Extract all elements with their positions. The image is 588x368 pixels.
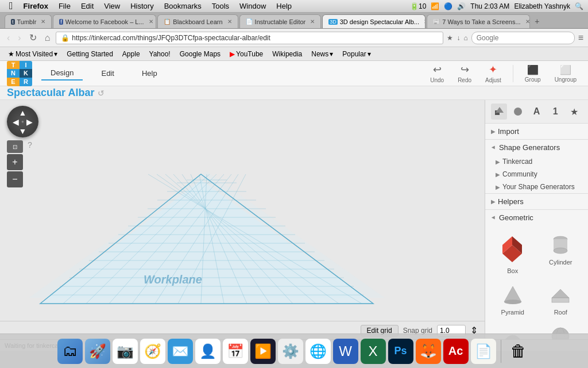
zoom-out-button[interactable]: − (7, 171, 23, 187)
dock-trash[interactable]: 🗑 (506, 339, 531, 364)
shape-item-pyramid[interactable]: Pyramid (490, 280, 536, 319)
menu-edit[interactable]: Edit (76, 1, 98, 12)
chevron-right-icon: ▶ (496, 159, 500, 165)
dock-acrobat[interactable]: Ac (443, 339, 469, 364)
dock-word[interactable]: W (333, 339, 358, 364)
svg-rect-48 (552, 298, 569, 302)
tinkercad-logo[interactable]: T I N K E R (7, 61, 32, 86)
redo-button[interactable]: ↪ Redo (453, 62, 476, 85)
sphere-panel-icon[interactable] (510, 103, 526, 120)
nav-edit[interactable]: Edit (92, 67, 123, 80)
tab-tumblr[interactable]: t Tumblr ✕ (5, 14, 52, 28)
search-input[interactable] (471, 32, 575, 44)
shape-item-roof[interactable]: Roof (538, 280, 584, 319)
dock-firefox[interactable]: 🦊 (416, 339, 441, 364)
forward-button[interactable]: › (16, 32, 23, 44)
menu-bookmarks[interactable]: Bookmarks (160, 1, 206, 12)
dock-mail[interactable]: ✉️ (168, 339, 193, 364)
import-section-header[interactable]: ▶ Import (485, 124, 588, 139)
ungroup-button[interactable]: ⬜ Ungroup (550, 63, 581, 84)
helpers-section-header[interactable]: ▶ Helpers (485, 194, 588, 209)
bookmark-apple[interactable]: Apple (119, 49, 144, 59)
bookmark-youtube[interactable]: ▶ YouTube (226, 49, 266, 59)
new-tab-button[interactable]: + (531, 16, 543, 27)
nav-help[interactable]: Help (133, 67, 167, 80)
close-icon[interactable]: ✕ (424, 18, 425, 25)
close-icon[interactable]: ✕ (525, 18, 530, 25)
menu-history[interactable]: History (126, 1, 158, 12)
menu-view[interactable]: View (99, 1, 125, 12)
bookmark-yahoo[interactable]: Yahoo! (146, 49, 174, 59)
dock-photos[interactable]: 📷 (113, 339, 138, 364)
close-icon[interactable]: ✕ (149, 18, 153, 25)
close-icon[interactable]: ✕ (41, 18, 45, 25)
tab-blackboard[interactable]: 📋 Blackboard Learn ✕ (157, 14, 238, 28)
svg-marker-1 (40, 180, 373, 304)
dock-system-prefs[interactable]: ⚙️ (278, 339, 303, 364)
dock-excel[interactable]: X (361, 339, 386, 364)
menu-icon[interactable]: ≡ (578, 33, 583, 43)
back-button[interactable]: ‹ (5, 32, 12, 44)
shape-item-box[interactable]: Box (490, 230, 536, 278)
bookmark-getting-started[interactable]: Getting Started (63, 49, 117, 59)
undo-button[interactable]: ↩ Undo (425, 62, 448, 85)
dock-launchpad[interactable]: 🚀 (85, 339, 110, 364)
dock-calendar[interactable]: 📅 (223, 339, 248, 364)
shape-item-cylinder[interactable]: Cylinder (538, 230, 584, 278)
adjust-button[interactable]: ✦ Adjust (481, 62, 506, 85)
geometric-header[interactable]: ▼ Geometric (485, 210, 588, 225)
close-icon[interactable]: ✕ (227, 18, 232, 25)
dock-chrome[interactable]: 🌐 (305, 339, 331, 364)
tab-instructable[interactable]: 📄 Instructable Editor ✕ (239, 14, 322, 28)
dock-safari[interactable]: 🧭 (140, 339, 165, 364)
canvas-area[interactable]: ▲ ◀ ● ▶ ▼ ⊡ + − ? (0, 100, 485, 339)
tab-7ways[interactable]: 📰 7 Ways to Take a Screens... ✕ (427, 14, 530, 28)
apple-menu[interactable]:  (5, 0, 18, 13)
menu-file[interactable]: File (54, 1, 75, 12)
search-icon[interactable]: 🔍 (575, 2, 583, 10)
community-subsection[interactable]: ▶ Community (485, 168, 588, 181)
home-button[interactable]: ⌂ (42, 32, 53, 44)
menu-help[interactable]: Help (272, 1, 296, 12)
star-panel-icon[interactable]: ★ (566, 103, 582, 120)
zoom-fit-button[interactable]: ⊡ (7, 140, 23, 153)
bookmark-google-maps[interactable]: Google Maps (176, 49, 224, 59)
group-button[interactable]: ⬛ Group (520, 63, 546, 84)
dock-finder[interactable]: 🗂 (57, 339, 83, 364)
bookmark-star[interactable]: ★ (447, 34, 453, 42)
bookmark-news[interactable]: News ▾ (308, 49, 336, 59)
download-icon[interactable]: ↓ (457, 34, 460, 42)
up-arrow-icon: ▲ (19, 108, 27, 117)
app-name[interactable]: Firefox (19, 1, 53, 12)
dock-pages[interactable]: 📄 (471, 339, 496, 364)
nav-circle[interactable]: ▲ ◀ ● ▶ ▼ (7, 106, 38, 137)
zoom-in-button[interactable]: + (7, 154, 23, 170)
nav-design[interactable]: Design (41, 66, 83, 80)
text-panel-icon[interactable]: A (528, 103, 544, 120)
edit-project-name-button[interactable]: ↺ (98, 89, 105, 98)
shapes-panel-icon[interactable] (491, 103, 507, 120)
bookmark-most-visited[interactable]: ★ Most Visited ▾ (5, 49, 61, 59)
shape-roof-label: Roof (554, 309, 567, 316)
reload-button[interactable]: ↻ (27, 31, 39, 44)
bookmark-wikipedia[interactable]: Wikipedia (269, 49, 305, 59)
your-generators-subsection[interactable]: ▶ Your Shape Generators (485, 181, 588, 193)
menu-window[interactable]: Window (235, 1, 270, 12)
dock-contacts[interactable]: 👤 (195, 339, 220, 364)
shape-generators-header[interactable]: ▼ Shape Generators (485, 140, 588, 155)
shapes-grid: Box Cylinder (485, 225, 588, 339)
tinkercad-subsection[interactable]: ▶ Tinkercad (485, 155, 588, 168)
home-icon2[interactable]: ⌂ (463, 34, 467, 42)
menu-tools[interactable]: Tools (207, 1, 234, 12)
chevron-down-icon: ▼ (490, 145, 497, 151)
bookmark-popular[interactable]: Popular ▾ (339, 49, 374, 59)
dock-photoshop[interactable]: Ps (388, 339, 413, 364)
bookmark-label: YouTube (236, 50, 263, 58)
dock-quicktime[interactable]: ▶️ (250, 339, 276, 364)
url-bar[interactable]: 🔒 https://tinkercad.com/things/JFQp3DTCf… (56, 32, 443, 44)
tab-tinkercad[interactable]: 3D 3D design Spectacular Alb... ✕ (322, 14, 425, 28)
tab-favicon: f (59, 19, 63, 25)
number-panel-icon[interactable]: 1 (547, 103, 563, 120)
close-icon[interactable]: ✕ (310, 18, 315, 25)
tab-facebook[interactable]: f Welcome to Facebook – L... ✕ (53, 14, 156, 28)
